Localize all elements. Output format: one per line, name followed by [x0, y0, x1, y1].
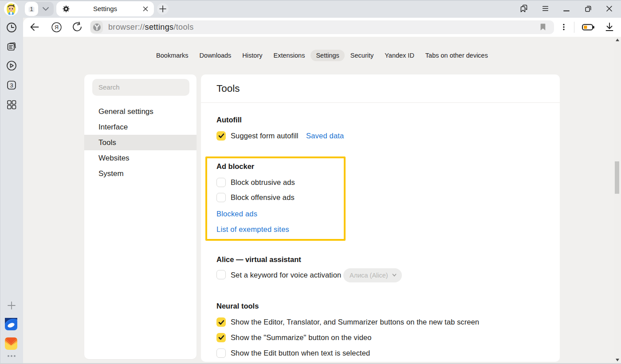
svg-text:1: 1	[30, 6, 33, 12]
svg-text:3: 3	[10, 82, 13, 89]
svg-text:Я: Я	[55, 24, 59, 31]
